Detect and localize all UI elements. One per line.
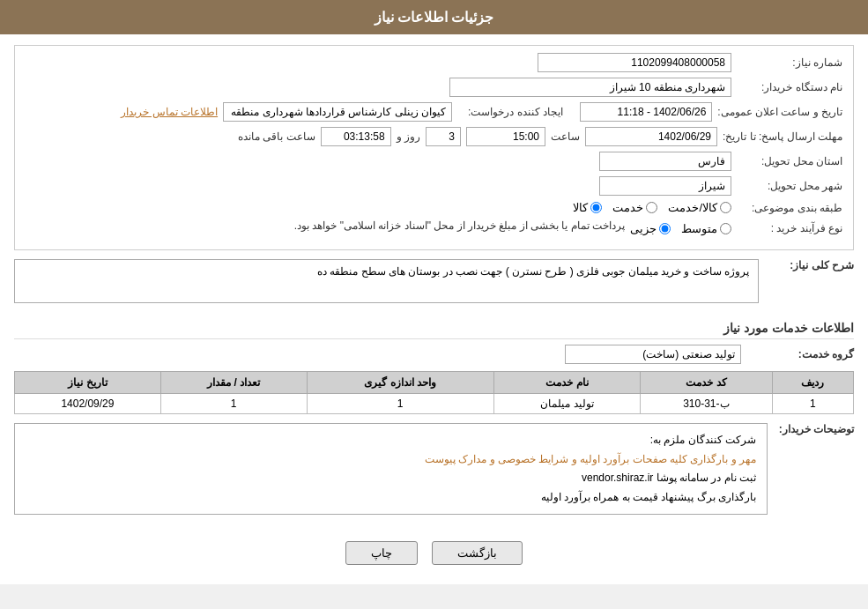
ostan-label: استان محل تحویل: xyxy=(737,155,842,167)
namdastgah-label: نام دستگاه خریدار: xyxy=(737,81,842,93)
buyer-notes-line1: شرکت کنندگان ملزم به: xyxy=(26,431,756,450)
tarikh-input[interactable] xyxy=(580,102,712,122)
print-button[interactable]: چاپ xyxy=(345,541,418,565)
page-wrapper: جزئیات اطلاعات نیاز شماره نیاز: نام دستگ… xyxy=(0,0,868,584)
mohlat-label: مهلت ارسال پاسخ: تا تاریخ: xyxy=(723,130,842,143)
sharh-section: شرح کلی نیاز: پروژه ساخت و خرید میلمان ج… xyxy=(14,259,854,312)
namdastgah-input[interactable] xyxy=(449,78,731,97)
nofarayand-jozii-radio[interactable] xyxy=(659,223,671,234)
shahr-row: شهر محل تحویل: xyxy=(26,176,842,196)
buyer-notes-line4: بارگذاری برگ پیشنهاد قیمت به همراه برآور… xyxy=(26,488,756,508)
tabaqe-khadamat-label: خدمت xyxy=(612,201,643,214)
ijad-label: ایجاد کننده درخواست: xyxy=(457,106,563,118)
tabaqe-khadamat-radio[interactable] xyxy=(646,202,657,213)
sharh-label: شرح کلی نیاز: xyxy=(766,259,854,271)
ijad-input[interactable] xyxy=(223,102,452,122)
shomare-niaz-row: شماره نیاز: xyxy=(26,53,842,72)
baghimande-label: ساعت باقی مانده xyxy=(238,130,315,143)
col-tedad: تعداد / مقدار xyxy=(160,372,307,394)
tabaqe-khadamat-option[interactable]: خدمت xyxy=(612,201,657,214)
cell-tarikh: 1402/09/29 xyxy=(15,394,161,414)
group-khadamat-label: گروه خدمت: xyxy=(748,348,854,360)
col-nam: نام خدمت xyxy=(493,372,640,394)
mohlat-row: مهلت ارسال پاسخ: تا تاریخ: ساعت روز و سا… xyxy=(26,127,842,146)
cell-kod: ب-31-310 xyxy=(641,394,772,414)
nofarayand-motavasset-label: متوسط xyxy=(681,222,717,235)
shahr-label: شهر محل تحویل: xyxy=(737,180,842,192)
ijad-link[interactable]: اطلاعات تماس خریدار xyxy=(121,106,218,118)
nofarayand-motavasset-radio[interactable] xyxy=(720,223,731,234)
tabaqe-label: طبقه بندی موضوعی: xyxy=(737,202,842,214)
mohlat-countdown-input[interactable] xyxy=(321,127,391,146)
buyer-notes-line2: مهر و بارگذاری کلیه صفحات برآورد اولیه و… xyxy=(26,450,756,470)
buyer-notes-label: توضیحات خریدار: xyxy=(775,423,854,524)
back-button[interactable]: بازگشت xyxy=(432,541,523,565)
col-radif: ردیف xyxy=(772,372,854,394)
col-tarikh: تاریخ نیاز xyxy=(15,372,161,394)
tarikh-label: تاریخ و ساعت اعلان عمومی: xyxy=(717,106,842,118)
cell-vahed: 1 xyxy=(307,394,493,414)
cell-tedad: 1 xyxy=(160,394,307,414)
ostan-row: استان محل تحویل: xyxy=(26,152,842,171)
buttons-row: بازگشت چاپ xyxy=(14,532,854,574)
khadamat-table-container: ردیف کد خدمت نام خدمت واحد اندازه گیری ت… xyxy=(14,371,854,414)
nofarayand-motavasset-option[interactable]: متوسط xyxy=(681,222,731,235)
tarikh-ijad-row: تاریخ و ساعت اعلان عمومی: ایجاد کننده در… xyxy=(26,102,842,122)
mohlat-date-input[interactable] xyxy=(585,127,717,146)
saat-label: ساعت xyxy=(551,130,580,143)
page-header: جزئیات اطلاعات نیاز xyxy=(0,0,868,34)
group-khadamat-input[interactable] xyxy=(565,345,741,364)
sharh-value: پروژه ساخت و خرید میلمان جوبی فلزی ( طرح… xyxy=(317,265,749,278)
ostan-input[interactable] xyxy=(599,152,731,171)
nofarayand-notice: پرداخت تمام یا بخشی از مبلغ خریدار از مح… xyxy=(294,219,625,232)
mohlat-saat-input[interactable] xyxy=(466,127,545,146)
tabaqe-kala-khadamat-radio[interactable] xyxy=(720,202,731,213)
nofarayand-radio-group: جزیی متوسط xyxy=(630,222,731,235)
buyer-notes-box: شرکت کنندگان ملزم به: مهر و بارگذاری کلی… xyxy=(14,423,768,515)
nofarayand-jozii-label: جزیی xyxy=(630,222,657,235)
tabaqe-kala-label: کالا xyxy=(573,201,588,214)
rooz-label: روز و xyxy=(397,130,420,143)
khadamat-section-title: اطلاعات خدمات مورد نیاز xyxy=(14,321,854,339)
tabaqe-row: طبقه بندی موضوعی: کالا خدمت کالا/خدمت xyxy=(26,201,842,214)
table-row: 1 ب-31-310 تولید میلمان 1 1 1402/09/29 xyxy=(15,394,854,414)
shomare-niaz-input[interactable] xyxy=(538,53,731,72)
main-content: شماره نیاز: نام دستگاه خریدار: تاریخ و س… xyxy=(0,34,868,584)
form-section: شماره نیاز: نام دستگاه خریدار: تاریخ و س… xyxy=(14,45,854,250)
col-vahed: واحد اندازه گیری xyxy=(307,372,493,394)
shahr-input[interactable] xyxy=(599,176,731,196)
buyer-notes-section: توضیحات خریدار: شرکت کنندگان ملزم به: مه… xyxy=(14,423,854,524)
mohlat-rooz-input[interactable] xyxy=(426,127,461,146)
tabaqe-kala-option[interactable]: کالا xyxy=(573,201,602,214)
group-khadamat-row: گروه خدمت: xyxy=(14,345,854,364)
nofarayand-row: نوع فرآیند خرید : جزیی متوسط پرداخت تمام… xyxy=(26,219,842,237)
header-title: جزئیات اطلاعات نیاز xyxy=(375,10,494,25)
tabaqe-kala-khadamat-label: کالا/خدمت xyxy=(668,201,717,214)
tabaqe-kala-khadamat-option[interactable]: کالا/خدمت xyxy=(668,201,731,214)
nofarayand-jozii-option[interactable]: جزیی xyxy=(630,222,671,235)
cell-nam: تولید میلمان xyxy=(493,394,640,414)
sharh-box: پروژه ساخت و خرید میلمان جوبی فلزی ( طرح… xyxy=(14,259,759,303)
tabaqe-kala-radio[interactable] xyxy=(590,202,602,213)
namdastgah-row: نام دستگاه خریدار: xyxy=(26,78,842,97)
shomare-niaz-label: شماره نیاز: xyxy=(737,56,842,69)
khadamat-table: ردیف کد خدمت نام خدمت واحد اندازه گیری ت… xyxy=(14,371,854,414)
buyer-notes-line3: ثبت نام در سامانه پوشا vendor.shiraz.ir xyxy=(26,469,756,488)
cell-radif: 1 xyxy=(772,394,854,414)
nofarayand-label: نوع فرآیند خرید : xyxy=(737,222,842,234)
col-kod: کد خدمت xyxy=(641,372,772,394)
tabaqe-radio-group: کالا خدمت کالا/خدمت xyxy=(573,201,731,214)
